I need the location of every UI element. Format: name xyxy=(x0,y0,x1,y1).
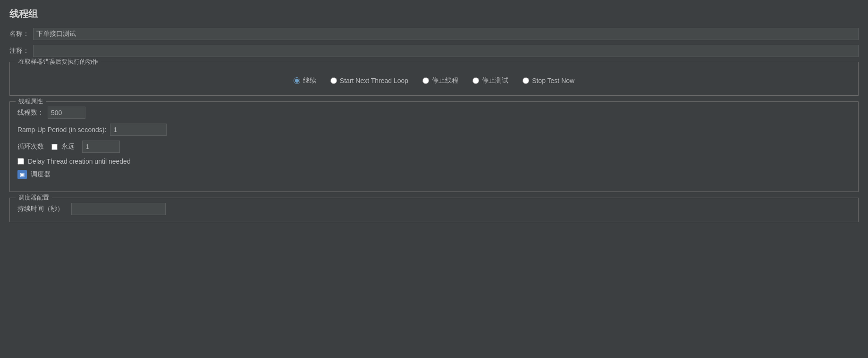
radio-stop-thread-input[interactable] xyxy=(422,77,429,84)
thread-props-legend: 线程属性 xyxy=(16,97,46,106)
comment-label: 注释： xyxy=(9,47,29,55)
name-row: 名称： xyxy=(9,28,859,40)
scheduler-label: 调度器 xyxy=(31,170,51,179)
thread-count-row: 线程数： xyxy=(17,107,851,119)
comment-input[interactable] xyxy=(33,45,859,57)
delay-thread-label: Delay Thread creation until needed xyxy=(28,158,131,165)
loop-count-input[interactable] xyxy=(82,141,120,153)
radio-stop-now-input[interactable] xyxy=(522,77,529,84)
scheduler-config-legend: 调度器配置 xyxy=(16,193,52,202)
radio-next-loop[interactable]: Start Next Thread Loop xyxy=(330,77,408,84)
radio-stop-test-input[interactable] xyxy=(472,77,479,84)
error-action-group: 在取样器错误后要执行的动作 继续 Start Next Thread Loop … xyxy=(9,62,859,96)
radio-continue-label: 继续 xyxy=(303,76,316,85)
loop-count-row: 循环次数 永远 xyxy=(17,141,851,153)
comment-row: 注释： xyxy=(9,45,859,57)
radio-stop-thread[interactable]: 停止线程 xyxy=(422,76,458,85)
radio-stop-test-label: 停止测试 xyxy=(482,76,508,85)
page-title: 线程组 xyxy=(9,8,859,20)
forever-checkbox[interactable] xyxy=(51,144,58,150)
radio-continue-input[interactable] xyxy=(294,77,300,84)
loop-count-label: 循环次数 xyxy=(17,142,44,151)
thread-props-section: 线程属性 线程数： Ramp-Up Period (in seconds): 循… xyxy=(9,101,859,192)
ramp-up-input[interactable] xyxy=(110,124,167,136)
delay-thread-checkbox[interactable] xyxy=(17,158,24,165)
radio-stop-now[interactable]: Stop Test Now xyxy=(522,77,574,84)
delay-thread-row: Delay Thread creation until needed xyxy=(17,158,851,165)
radio-row: 继续 Start Next Thread Loop 停止线程 停止测试 Stop… xyxy=(17,67,851,89)
forever-label: 永远 xyxy=(61,142,75,151)
radio-stop-test[interactable]: 停止测试 xyxy=(472,76,508,85)
radio-next-loop-label: Start Next Thread Loop xyxy=(340,77,408,84)
scheduler-config-section: 调度器配置 持续时间（秒） xyxy=(9,198,859,222)
scheduler-row: ▣ 调度器 xyxy=(17,170,851,179)
ramp-up-label: Ramp-Up Period (in seconds): xyxy=(17,126,106,133)
radio-stop-now-label: Stop Test Now xyxy=(532,77,574,84)
thread-count-input[interactable] xyxy=(48,107,85,119)
scheduler-icon: ▣ xyxy=(17,170,27,179)
radio-stop-thread-label: 停止线程 xyxy=(432,76,458,85)
name-input[interactable] xyxy=(33,28,859,40)
thread-count-label: 线程数： xyxy=(17,108,44,117)
error-action-legend: 在取样器错误后要执行的动作 xyxy=(16,58,101,66)
duration-input[interactable] xyxy=(71,203,166,215)
name-label: 名称： xyxy=(9,30,29,38)
duration-row: 持续时间（秒） xyxy=(17,203,851,215)
radio-continue[interactable]: 继续 xyxy=(294,76,316,85)
ramp-up-row: Ramp-Up Period (in seconds): xyxy=(17,124,851,136)
duration-label: 持续时间（秒） xyxy=(17,205,64,213)
radio-next-loop-input[interactable] xyxy=(330,77,337,84)
page-container: 线程组 名称： 注释： 在取样器错误后要执行的动作 继续 Start Next … xyxy=(0,0,868,230)
